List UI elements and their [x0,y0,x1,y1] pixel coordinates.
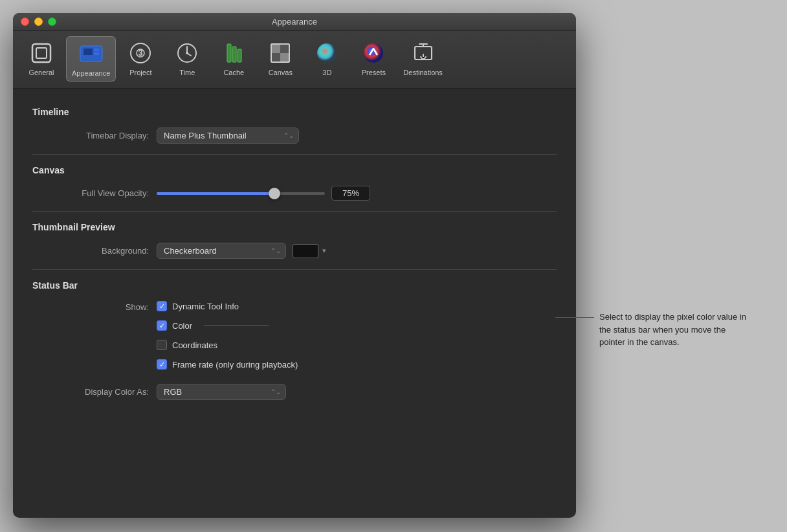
svg-rect-18 [280,44,289,53]
toolbar-item-destinations[interactable]: Destinations [398,36,448,82]
display-color-row: Display Color As: RGB HSB HSL CMYK [32,384,557,400]
dynamic-tool-label: Dynamic Tool Info [172,302,239,311]
svg-point-23 [317,43,337,63]
background-select[interactable]: Checkerboard White Black Custom [157,243,286,259]
show-row: Show: ✓ Dynamic Tool Info ✓ Colo [32,301,557,375]
annotation-text: Select to display the pixel color value … [599,311,748,349]
opacity-row: Full View Opacity: 75% [32,186,557,201]
opacity-slider-track[interactable] [157,192,325,195]
color-picker-wrapper: ▾ [293,244,326,258]
checkmark-icon: ✓ [159,303,165,310]
opacity-slider-thumb[interactable] [269,188,280,199]
svg-rect-20 [280,53,289,62]
canvas-section-title: Canvas [32,165,557,175]
svg-point-12 [186,52,188,54]
toolbar-item-3d[interactable]: 3D [305,36,349,82]
checkbox-row-color: ✓ Color [157,320,298,331]
presets-label: Presets [362,69,386,76]
framerate-label: Frame rate (only during playback) [172,360,298,370]
framerate-checkbox[interactable]: ✓ [157,359,167,370]
preferences-content: Timeline Timebar Display: Name Plus Thum… [13,89,576,422]
svg-rect-5 [94,52,99,55]
preferences-window: Appearance General [13,13,576,518]
checkboxes-group: ✓ Dynamic Tool Info ✓ Color [157,301,298,375]
appearance-icon [78,41,104,67]
timebar-select-wrapper[interactable]: Name Plus Thumbnail Name Thumbnail Only … [157,127,299,144]
toolbar-item-appearance[interactable]: Appearance [66,36,116,82]
svg-point-24 [364,43,383,63]
annotation-container: Select to display the pixel color value … [555,311,748,349]
svg-rect-17 [271,44,280,53]
divider-1 [32,154,557,155]
color-chevron-icon[interactable]: ▾ [322,247,326,255]
dynamic-tool-checkbox[interactable]: ✓ [157,301,167,311]
time-icon [174,40,200,66]
opacity-label: Full View Opacity: [45,188,149,198]
display-color-select[interactable]: RGB HSB HSL CMYK [157,384,286,400]
maximize-button[interactable] [48,17,56,26]
toolbar-item-cache[interactable]: Cache [212,36,256,82]
timeline-section-title: Timeline [32,107,557,117]
toolbar-item-canvas[interactable]: Canvas [258,36,302,82]
canvas-icon [267,40,293,66]
timebar-display-row: Timebar Display: Name Plus Thumbnail Nam… [32,127,557,144]
close-button[interactable] [21,17,29,26]
timebar-display-select[interactable]: Name Plus Thumbnail Name Thumbnail Only … [157,127,299,144]
background-row: Background: Checkerboard White Black Cus… [32,243,557,259]
minimize-button[interactable] [34,17,43,26]
svg-rect-3 [83,49,93,55]
window-title: Appearance [272,17,317,27]
toolbar-item-project[interactable]: 3 Project [118,36,162,82]
svg-rect-19 [271,53,280,62]
display-color-select-wrapper[interactable]: RGB HSB HSL CMYK [157,384,286,400]
destinations-label: Destinations [403,69,443,76]
statusbar-section-title: Status Bar [32,280,557,291]
checkbox-row-framerate: ✓ Frame rate (only during playback) [157,359,298,370]
annotation-line-connector [204,326,269,326]
background-select-wrapper[interactable]: Checkerboard White Black Custom [157,243,286,259]
destinations-icon [410,40,436,66]
opacity-slider-fill [157,192,274,195]
coordinates-label: Coordinates [172,340,217,350]
svg-rect-15 [238,49,241,62]
opacity-value: 75% [331,186,370,201]
coordinates-checkbox[interactable] [157,340,167,350]
checkmark-icon: ✓ [159,361,165,368]
toolbar: General Appearance [13,31,576,89]
canvas-label: Canvas [269,69,293,76]
general-label: General [28,69,54,76]
toolbar-item-presets[interactable]: Presets [351,36,395,82]
color-swatch[interactable] [293,244,318,258]
svg-rect-14 [232,47,236,62]
timebar-label: Timebar Display: [45,131,149,140]
display-color-label: Display Color As: [45,387,149,397]
toolbar-item-time[interactable]: Time [165,36,209,82]
toolbar-item-general[interactable]: General [19,36,63,82]
color-label: Color [172,321,192,331]
checkmark-icon: ✓ [159,322,165,329]
color-checkbox[interactable]: ✓ [157,320,167,331]
thumbnail-section-title: Thumbnail Preview [32,222,557,232]
show-label: Show: [45,301,149,312]
3d-label: 3D [322,69,331,76]
svg-rect-4 [94,49,99,51]
cache-icon [221,40,247,66]
svg-rect-1 [36,48,47,58]
title-bar: Appearance [13,13,576,31]
background-label: Background: [45,246,149,256]
divider-3 [32,269,557,270]
divider-2 [32,211,557,212]
cache-label: Cache [223,69,244,76]
project-icon: 3 [127,40,153,66]
3d-icon [314,40,340,66]
project-label: Project [129,69,151,76]
traffic-lights [21,17,56,26]
svg-rect-13 [227,44,231,62]
time-label: Time [179,69,195,76]
checkbox-row-dynamic-tool: ✓ Dynamic Tool Info [157,301,298,311]
general-icon [28,40,54,66]
checkbox-row-coordinates: Coordinates [157,340,298,350]
annotation-connector-line [555,317,594,318]
svg-text:3: 3 [139,49,143,58]
appearance-label: Appearance [72,69,110,77]
